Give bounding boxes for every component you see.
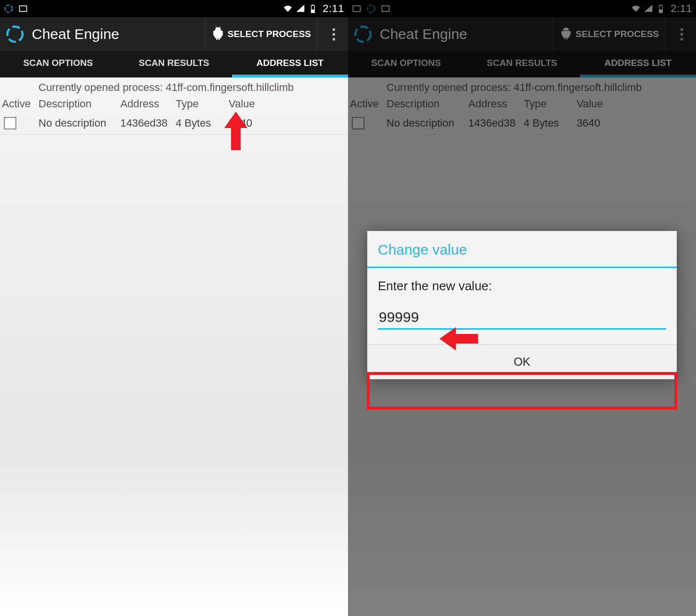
app-logo-icon	[353, 24, 373, 44]
address-list-content: Currently opened process: 41ff-com.finge…	[0, 77, 348, 616]
header-address: Address	[120, 98, 176, 110]
overflow-menu-button[interactable]	[324, 17, 343, 51]
annotation-arrow-up-icon	[224, 112, 247, 150]
app-logo-icon	[5, 24, 25, 44]
select-process-button[interactable]: SELECT PROCESS	[553, 17, 665, 51]
table-row[interactable]: No description 1436ed38 4 Bytes 3640	[348, 114, 696, 135]
tab-bar: SCAN OPTIONS SCAN RESULTS ADDRESS LIST	[0, 51, 348, 77]
dialog-value-input[interactable]	[378, 307, 666, 330]
cell-description: No description	[39, 117, 120, 129]
column-headers: Active Description Address Type Value	[348, 97, 696, 114]
tab-scan-results[interactable]: SCAN RESULTS	[464, 51, 580, 77]
status-bar: 2:11	[348, 0, 696, 17]
tab-bar: SCAN OPTIONS SCAN RESULTS ADDRESS LIST	[348, 51, 696, 77]
svg-point-5	[7, 26, 23, 42]
signal-icon	[296, 4, 305, 13]
svg-point-8	[368, 5, 375, 13]
cell-description: No description	[387, 117, 468, 129]
svg-rect-11	[659, 10, 663, 13]
battery-icon	[308, 4, 318, 13]
tab-address-list[interactable]: ADDRESS LIST	[580, 51, 696, 77]
phone-left: 2:11 Cheat Engine SELECT PROCESS SCAN OP…	[0, 0, 348, 616]
select-process-label: SELECT PROCESS	[228, 29, 311, 39]
tab-scan-options[interactable]: SCAN OPTIONS	[348, 51, 464, 77]
svg-rect-9	[382, 6, 389, 12]
header-type: Type	[176, 98, 229, 110]
tab-scan-options[interactable]: SCAN OPTIONS	[0, 51, 116, 77]
tab-scan-results[interactable]: SCAN RESULTS	[116, 51, 232, 77]
header-value: Value	[577, 98, 691, 110]
overflow-menu-button[interactable]	[672, 17, 691, 51]
status-bar: 2:11	[0, 0, 348, 17]
header-type: Type	[524, 98, 577, 110]
app-notification-icon	[366, 4, 376, 13]
dialog-ok-button[interactable]: OK	[367, 345, 677, 379]
header-address: Address	[468, 98, 524, 110]
svg-point-0	[5, 5, 13, 13]
header-active: Active	[2, 98, 39, 110]
status-time: 2:11	[322, 2, 344, 15]
header-active: Active	[350, 98, 387, 110]
svg-rect-12	[660, 5, 662, 6]
app-notification-icon	[4, 4, 13, 13]
cell-type: 4 Bytes	[176, 117, 229, 129]
screenshot-notification-icon	[18, 4, 28, 13]
process-line: Currently opened process: 41ff-com.finge…	[0, 77, 348, 97]
wifi-icon	[283, 4, 293, 13]
dialog-title: Change value	[367, 231, 677, 267]
svg-marker-14	[439, 327, 478, 350]
svg-point-13	[355, 26, 371, 42]
select-process-label: SELECT PROCESS	[576, 29, 659, 39]
svg-rect-3	[311, 10, 315, 13]
cell-address: 1436ed38	[468, 117, 524, 129]
table-row[interactable]: No description 1436ed38 4 Bytes 3640	[0, 114, 348, 135]
header-description: Description	[387, 98, 468, 110]
header-value: Value	[229, 98, 343, 110]
battery-icon	[656, 4, 666, 13]
tab-address-list[interactable]: ADDRESS LIST	[232, 51, 348, 77]
cell-address: 1436ed38	[120, 117, 176, 129]
cell-type: 4 Bytes	[524, 117, 577, 129]
svg-rect-4	[312, 5, 314, 6]
status-time: 2:11	[670, 2, 692, 15]
phone-right: 2:11 Cheat Engine SELECT PROCESS SCAN OP…	[348, 0, 696, 616]
wifi-icon	[631, 4, 641, 13]
svg-rect-1	[20, 6, 27, 12]
android-icon	[559, 26, 573, 43]
active-checkbox[interactable]	[352, 117, 364, 129]
android-icon	[211, 26, 225, 43]
screenshot-notification-icon	[352, 4, 361, 13]
active-checkbox[interactable]	[4, 117, 16, 129]
annotation-arrow-left-icon	[439, 327, 478, 350]
app-title: Cheat Engine	[32, 26, 198, 42]
process-line: Currently opened process: 41ff-com.finge…	[348, 77, 696, 97]
column-headers: Active Description Address Type Value	[0, 97, 348, 114]
header-description: Description	[39, 98, 120, 110]
screenshot-notification-icon-2	[381, 4, 390, 13]
signal-icon	[644, 4, 653, 13]
svg-marker-6	[224, 112, 247, 150]
dialog-label: Enter the new value:	[367, 268, 677, 298]
select-process-button[interactable]: SELECT PROCESS	[205, 17, 317, 51]
app-bar: Cheat Engine SELECT PROCESS	[348, 17, 696, 51]
app-title: Cheat Engine	[380, 26, 546, 42]
svg-rect-7	[353, 6, 361, 12]
change-value-dialog: Change value Enter the new value: OK	[367, 231, 677, 379]
cell-value: 3640	[577, 117, 691, 129]
app-bar: Cheat Engine SELECT PROCESS	[0, 17, 348, 51]
